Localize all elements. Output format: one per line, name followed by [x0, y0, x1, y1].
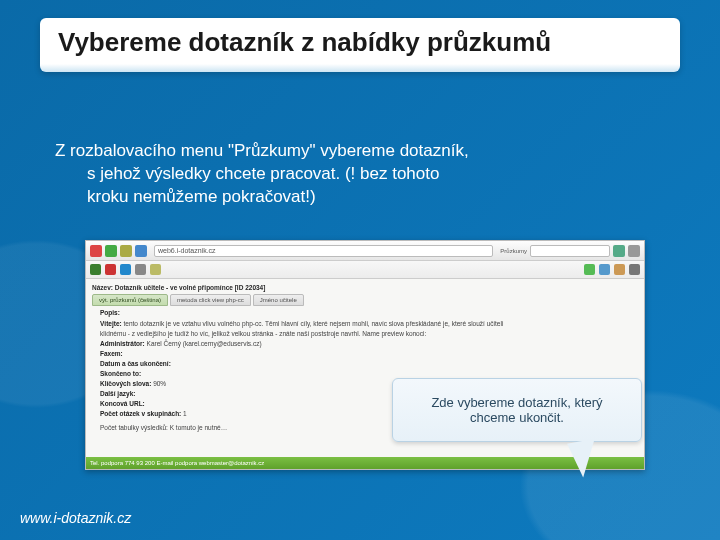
address-bar[interactable]: web6.i-dotaznik.cz	[154, 245, 493, 257]
browser-icon	[90, 245, 102, 257]
close-icon[interactable]	[629, 264, 640, 275]
status-bar: Tel. podpora 774 93 200 E-mail podpora w…	[86, 457, 644, 469]
tab-2[interactable]: Jméno učitele	[253, 294, 304, 306]
url-text: web6.i-dotaznik.cz	[158, 247, 216, 254]
callout-tail	[567, 439, 601, 479]
delete-icon[interactable]	[105, 264, 116, 275]
plus-icon[interactable]	[90, 264, 101, 275]
kv-row: Vítejte: tento dotazník je ve vztahu vli…	[100, 319, 638, 328]
reload-icon	[105, 245, 117, 257]
body-line-2: s jehož výsledky chcete pracovat. (! bez…	[55, 163, 655, 186]
instruction-callout: Zde vybereme dotazník, který chceme ukon…	[392, 378, 642, 442]
nav-label: Průzkumy	[500, 248, 527, 254]
kv-row: klidnému - z vedlejšího je tudíž ho víc,…	[100, 329, 638, 338]
slide-footer: www.i-dotaznik.cz	[20, 510, 131, 526]
callout-line-1: Zde vybereme dotazník, který	[431, 395, 602, 410]
survey-header: Název: Dotazník učitele - ve volné připo…	[92, 283, 638, 292]
kv-row: Faxem:	[100, 349, 638, 358]
body-line-1: Z rozbalovacího menu "Průzkumy" vybereme…	[55, 141, 469, 160]
browser-toolbar: web6.i-dotaznik.cz Průzkumy	[86, 241, 644, 261]
slide-title-bar: Vybereme dotazník z nabídky průzkumů	[40, 18, 680, 72]
slide-title: Vybereme dotazník z nabídky průzkumů	[58, 28, 662, 58]
tab-active[interactable]: výt. průzkumů (čeština)	[92, 294, 168, 306]
export-icon[interactable]	[584, 264, 595, 275]
kv-row: Administrátor: Karel Černý (karel.cerny@…	[100, 339, 638, 348]
lock-icon[interactable]	[150, 264, 161, 275]
app-toolbar	[86, 261, 644, 279]
tool-icon[interactable]	[628, 245, 640, 257]
callout-line-2: chceme ukončit.	[470, 410, 564, 425]
kv-row: Datum a čas ukončení:	[100, 359, 638, 368]
nav-icon	[135, 245, 147, 257]
kv-row: Popis:	[100, 308, 638, 317]
body-line-3: kroku nemůžeme pokračovat!)	[55, 186, 655, 209]
tab-1[interactable]: metoda click view php-cc	[170, 294, 251, 306]
chart-icon[interactable]	[614, 264, 625, 275]
gear-icon[interactable]	[135, 264, 146, 275]
check-icon[interactable]	[120, 264, 131, 275]
survey-dropdown[interactable]	[530, 245, 610, 257]
print-icon[interactable]	[599, 264, 610, 275]
home-icon	[120, 245, 132, 257]
slide-body: Z rozbalovacího menu "Průzkumy" vybereme…	[55, 140, 655, 209]
kv-row: Skončeno to:	[100, 369, 638, 378]
go-icon[interactable]	[613, 245, 625, 257]
tab-row: výt. průzkumů (čeština) metoda click vie…	[92, 294, 638, 306]
status-text: Tel. podpora 774 93 200 E-mail podpora w…	[90, 460, 264, 466]
